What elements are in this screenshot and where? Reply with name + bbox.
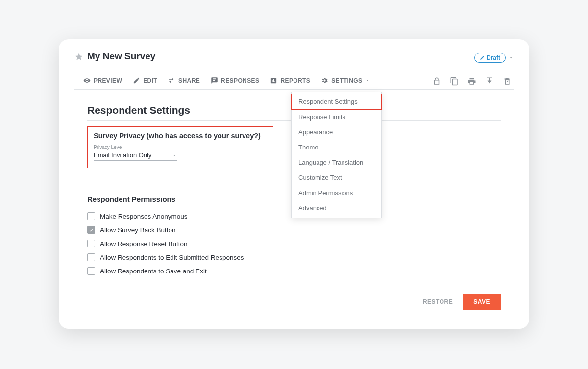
chevron-down-icon xyxy=(172,153,177,158)
chart-icon xyxy=(270,77,277,84)
privacy-level-value: Email Invitation Only xyxy=(94,151,152,159)
survey-settings-window: My New Survey Draft PREVIEW EDIT xyxy=(59,39,529,329)
checkbox-checked[interactable] xyxy=(87,226,95,234)
share-icon xyxy=(168,77,175,84)
toolbar-left: PREVIEW EDIT SHARE RESPONSES REPORTS SET… xyxy=(74,73,370,89)
privacy-field-label: Privacy Level xyxy=(94,145,267,150)
menu-customize-text[interactable]: Customize Text xyxy=(292,170,381,185)
menu-theme[interactable]: Theme xyxy=(292,140,381,155)
responses-button[interactable]: RESPONSES xyxy=(211,77,259,84)
checkbox[interactable] xyxy=(87,212,95,220)
lock-icon[interactable] xyxy=(432,77,441,86)
delete-icon[interactable] xyxy=(503,77,512,86)
status-group: Draft xyxy=(474,53,514,63)
privacy-level-select[interactable]: Email Invitation Only xyxy=(94,150,177,161)
perm-label: Allow Survey Back Button xyxy=(100,226,176,234)
toolbar-right xyxy=(432,77,514,86)
restore-button[interactable]: RESTORE xyxy=(423,298,453,305)
print-icon[interactable] xyxy=(467,77,476,86)
menu-admin-permissions[interactable]: Admin Permissions xyxy=(292,185,381,200)
perm-label: Make Responses Anonymous xyxy=(100,213,188,220)
checkbox[interactable] xyxy=(87,267,95,275)
perm-reset-button[interactable]: Allow Response Reset Button xyxy=(87,237,501,250)
footer: RESTORE SAVE xyxy=(87,294,501,310)
header: My New Survey Draft xyxy=(74,51,514,66)
menu-response-limits[interactable]: Response Limits xyxy=(292,109,381,124)
perm-label: Allow Respondents to Edit Submitted Resp… xyxy=(100,254,244,261)
status-caret-icon[interactable] xyxy=(509,53,514,62)
star-icon[interactable] xyxy=(74,52,83,63)
survey-title[interactable]: My New Survey xyxy=(87,51,342,64)
save-button[interactable]: SAVE xyxy=(463,294,501,310)
reports-button[interactable]: REPORTS xyxy=(270,77,310,84)
perm-back-button[interactable]: Allow Survey Back Button xyxy=(87,223,501,237)
copy-icon[interactable] xyxy=(450,77,459,86)
menu-appearance[interactable]: Appearance xyxy=(292,124,381,140)
caret-up-icon xyxy=(365,78,370,83)
perm-edit-responses[interactable]: Allow Respondents to Edit Submitted Resp… xyxy=(87,250,501,264)
menu-advanced[interactable]: Advanced xyxy=(292,200,381,216)
toolbar: PREVIEW EDIT SHARE RESPONSES REPORTS SET… xyxy=(74,73,514,90)
status-label: Draft xyxy=(487,54,500,61)
gear-icon xyxy=(321,77,328,84)
edit-button[interactable]: EDIT xyxy=(133,77,157,84)
menu-respondent-settings[interactable]: Respondent Settings xyxy=(291,94,382,110)
permissions-list: Make Responses Anonymous Allow Survey Ba… xyxy=(87,209,501,278)
checkbox[interactable] xyxy=(87,240,95,247)
menu-language[interactable]: Language / Translation xyxy=(292,155,381,170)
status-badge[interactable]: Draft xyxy=(474,53,506,63)
perm-label: Allow Response Reset Button xyxy=(100,240,188,247)
perm-save-exit[interactable]: Allow Respondents to Save and Exit xyxy=(87,264,501,278)
privacy-section-title: Survey Privacy (who has access to your s… xyxy=(94,132,267,140)
pencil-icon xyxy=(133,77,140,84)
perm-label: Allow Respondents to Save and Exit xyxy=(100,268,207,275)
settings-button[interactable]: SETTINGS xyxy=(321,77,370,84)
checkbox[interactable] xyxy=(87,253,95,261)
title-group: My New Survey xyxy=(74,51,342,64)
responses-icon xyxy=(211,77,218,84)
preview-button[interactable]: PREVIEW xyxy=(83,77,122,84)
share-button[interactable]: SHARE xyxy=(168,77,200,84)
download-icon[interactable] xyxy=(485,77,494,86)
survey-privacy-section: Survey Privacy (who has access to your s… xyxy=(87,126,273,168)
eye-icon xyxy=(83,77,91,84)
settings-dropdown: Respondent Settings Response Limits Appe… xyxy=(291,92,382,218)
